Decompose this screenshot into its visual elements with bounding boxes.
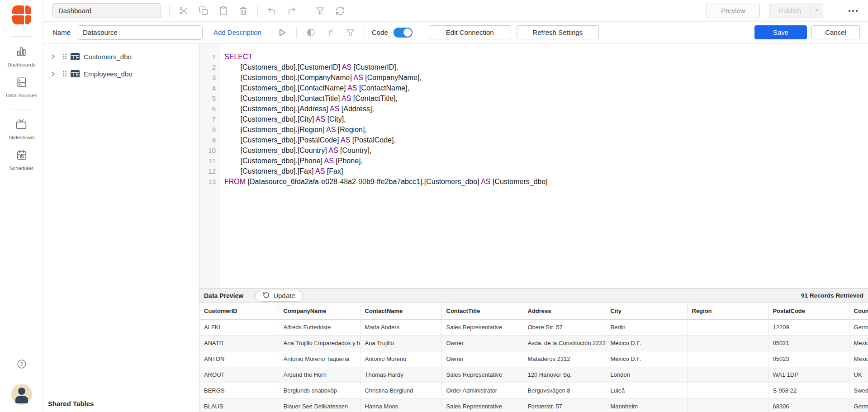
preview-table-body: ALFKIAlfreds FutterkisteMaria AndersSale… <box>199 319 868 412</box>
code-line: [Customers_dbo].[CompanyName] AS [Compan… <box>224 72 868 83</box>
table-cell: Sales Representative <box>441 367 523 383</box>
table-cell: 05021 <box>768 335 849 351</box>
calendar-clock-icon <box>16 149 28 163</box>
line-number: 3 <box>199 72 216 83</box>
code-line: [Customers_dbo].[Region] AS [Region], <box>224 124 868 135</box>
column-header: Region <box>687 303 768 319</box>
sidebar-item-data-sources[interactable]: Data Sources <box>6 76 38 98</box>
tv-icon <box>15 118 27 132</box>
fx-icon[interactable]: fx <box>321 28 341 37</box>
filter-icon[interactable] <box>341 24 360 42</box>
table-cell: Around the Horn <box>279 367 360 383</box>
editor-code[interactable]: SELECT [Customers_dbo].[CustomerID] AS [… <box>220 43 868 288</box>
table-cell: Order Administrator <box>441 383 523 398</box>
publish-button-group: Publish <box>769 4 823 18</box>
column-header: CustomerID <box>199 303 279 319</box>
table-cell: Blauer See Delikatessen <box>279 398 360 412</box>
table-cell: Sweden <box>849 383 868 398</box>
edit-connection-button[interactable]: Edit Connection <box>429 25 511 39</box>
divider <box>268 27 268 38</box>
table-cell: BLAUS <box>199 398 279 412</box>
publish-button[interactable]: Publish <box>769 4 811 18</box>
tree-item-employees-dbo[interactable]: Employees_dbo <box>43 65 199 82</box>
sidebar-item-slideshows[interactable]: Slideshows <box>8 118 34 140</box>
code-line: [Customers_dbo].[Fax] AS [Fax] <box>224 166 868 176</box>
code-line: [Customers_dbo].[Country] AS [Country], <box>224 145 868 156</box>
tree-item-customers-dbo[interactable]: Customers_dbo <box>43 48 199 65</box>
redo-icon[interactable] <box>282 2 302 20</box>
column-header: Country <box>849 303 868 319</box>
more-options-icon[interactable] <box>846 7 860 14</box>
divider <box>257 5 258 17</box>
cancel-button[interactable]: Cancel <box>811 25 860 39</box>
line-number: 6 <box>199 104 216 114</box>
line-number: 8 <box>199 124 216 135</box>
user-avatar[interactable] <box>11 384 32 405</box>
column-header: City <box>606 303 687 319</box>
line-number: 2 <box>199 62 216 72</box>
line-number: 4 <box>199 83 216 93</box>
run-icon[interactable] <box>272 24 292 42</box>
data-preview-title: Data Preview <box>204 292 243 299</box>
line-number: 5 <box>199 93 216 104</box>
preview-button[interactable]: Preview <box>707 4 760 18</box>
column-header: ContactTitle <box>441 303 523 319</box>
filter-icon[interactable] <box>310 2 330 20</box>
shared-tables-bar[interactable]: Shared Tables <box>43 395 199 412</box>
line-number: 1 <box>199 52 216 62</box>
table-cell: Germany <box>849 398 868 412</box>
table-cell: Owner <box>441 335 523 351</box>
add-description-link[interactable]: Add Description <box>213 28 261 36</box>
refresh-icon[interactable] <box>330 2 350 20</box>
table-cell: Hanna Moos <box>360 398 441 412</box>
tree-item-label: Employees_dbo <box>84 70 133 78</box>
table-cell: Mexico <box>849 351 868 367</box>
drag-handle-icon[interactable] <box>63 54 66 59</box>
table-cell <box>687 367 768 383</box>
line-number: 10 <box>199 145 216 156</box>
table-cell: Alfreds Futterkiste <box>279 319 360 335</box>
chevron-right-icon[interactable] <box>50 71 57 77</box>
table-cell: S-958 22 <box>768 383 849 398</box>
help-icon[interactable]: ? <box>16 359 27 371</box>
sidebar-item-schedules[interactable]: Schedules <box>9 149 34 171</box>
table-cell <box>687 351 768 367</box>
column-header: CompanyName <box>279 303 360 319</box>
table-cell <box>687 335 768 351</box>
chevron-right-icon[interactable] <box>50 53 57 60</box>
drag-handle-icon[interactable] <box>63 71 66 76</box>
line-number: 11 <box>199 156 216 166</box>
datasource-name-input[interactable] <box>77 25 203 40</box>
update-button[interactable]: Update <box>255 290 303 302</box>
app-logo[interactable] <box>11 5 32 25</box>
publish-dropdown-button[interactable] <box>811 4 823 18</box>
cut-icon[interactable] <box>174 2 194 20</box>
save-button[interactable]: Save <box>754 25 807 39</box>
contrast-icon[interactable] <box>301 24 321 42</box>
table-icon <box>71 70 80 77</box>
delete-icon[interactable] <box>233 2 253 20</box>
undo-icon[interactable] <box>262 2 282 20</box>
table-cell: Christina Berglund <box>360 383 441 398</box>
table-row: BERGSBerglunds snabbköpChristina Berglun… <box>199 383 868 398</box>
table-cell: Berlin <box>606 319 687 335</box>
table-cell: Mataderos 2312 <box>523 351 606 367</box>
table-cell: Luleå <box>606 383 687 398</box>
sidebar-item-label: Data Sources <box>6 93 38 98</box>
shared-tables-label: Shared Tables <box>48 400 94 407</box>
table-cell <box>687 319 768 335</box>
dashboard-name-input[interactable] <box>52 3 161 18</box>
table-cell: Ana Trujillo Emparedados y helados <box>279 335 360 351</box>
refresh-settings-button[interactable]: Refresh Settings <box>517 25 599 39</box>
code-toggle[interactable] <box>394 28 413 38</box>
copy-icon[interactable] <box>194 2 213 20</box>
table-cell: Sales Representative <box>441 319 523 335</box>
paste-icon[interactable] <box>213 2 233 20</box>
table-cell: London <box>606 367 687 383</box>
sidebar-item-dashboards[interactable]: Dashboards <box>7 46 35 67</box>
column-header: PostalCode <box>768 303 849 319</box>
update-label: Update <box>273 292 295 299</box>
tree-item-label: Customers_dbo <box>84 53 132 61</box>
refresh-icon <box>263 292 270 300</box>
code-line: [Customers_dbo].[CustomerID] AS [Custome… <box>224 62 868 72</box>
